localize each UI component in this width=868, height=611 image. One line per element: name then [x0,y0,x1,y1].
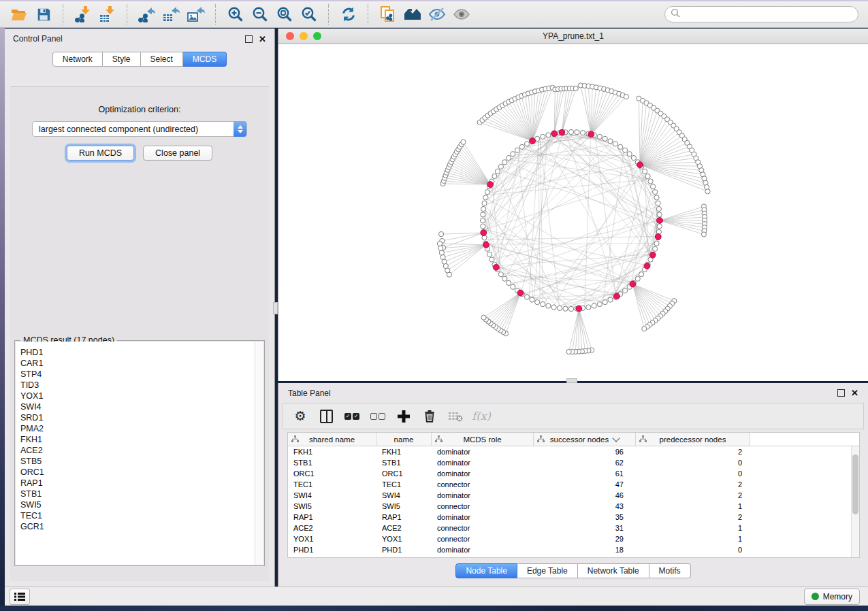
graph-node[interactable] [511,284,515,289]
mcds-result-item[interactable]: SWI5 [20,499,255,510]
new-network-from-selection-icon[interactable] [376,3,400,25]
network-window-titlebar[interactable]: YPA_prune.txt_1 [278,29,868,44]
graph-node[interactable] [481,206,486,211]
graph-node[interactable] [657,212,662,217]
tab-select[interactable]: Select [141,52,183,67]
mcds-result-item[interactable]: CAR1 [20,358,255,369]
criterion-select[interactable]: largest connected component (undirected) [32,121,247,137]
graph-node[interactable] [568,129,573,134]
graph-node[interactable] [511,152,515,156]
graph-node[interactable] [654,195,659,200]
graph-leaf-node[interactable] [701,232,706,237]
graph-leaf-node[interactable] [440,254,445,259]
search-input[interactable] [684,9,858,20]
graph-node[interactable] [586,305,591,310]
graph-leaf-node[interactable] [461,139,466,144]
zoom-selected-icon[interactable] [297,3,321,25]
tab-style[interactable]: Style [103,52,141,67]
graph-dominator-node[interactable] [481,230,487,236]
graph-node[interactable] [592,303,596,308]
graph-leaf-node[interactable] [439,250,444,255]
mcds-result-item[interactable]: SWI4 [20,401,255,412]
show-columns-icon[interactable] [315,406,338,427]
tab-network[interactable]: Network [52,52,103,67]
graph-node[interactable] [551,305,556,310]
mcds-result-item[interactable]: TID3 [20,380,255,391]
column-header-name[interactable]: name [376,433,432,446]
graph-node[interactable] [498,272,503,277]
graph-node[interactable] [519,144,524,149]
graph-dominator-node[interactable] [517,290,524,296]
graph-node[interactable] [648,179,653,184]
table-settings-icon[interactable]: ⚙ [289,406,312,427]
export-table-icon[interactable] [159,3,184,25]
graph-leaf-node[interactable] [566,349,571,354]
mcds-result-item[interactable]: PMA2 [20,423,255,434]
graph-node[interactable] [653,190,658,195]
zoom-out-icon[interactable] [248,3,272,25]
graph-node[interactable] [631,155,636,160]
graph-dominator-node[interactable] [487,182,494,188]
graph-node[interactable] [597,134,602,139]
open-file-icon[interactable] [7,3,31,25]
graph-dominator-node[interactable] [649,252,656,258]
run-mcds-button[interactable]: Run MCDS [67,146,134,161]
graph-node[interactable] [557,306,562,310]
tab-network-table[interactable]: Network Table [578,563,649,578]
graph-node[interactable] [602,300,607,305]
tab-edge-table[interactable]: Edge Table [517,563,578,578]
graph-node[interactable] [524,295,529,299]
graph-node[interactable] [546,133,551,137]
horizontal-splitter-handle[interactable] [566,378,577,383]
mcds-result-item[interactable]: TEC1 [20,510,255,521]
graph-node[interactable] [502,160,507,165]
graph-node[interactable] [653,246,658,251]
mcds-result-item[interactable]: STP4 [20,369,255,380]
table-scrollbar-thumb[interactable] [852,455,858,514]
mcds-result-item[interactable]: RAP1 [20,478,255,489]
graph-node[interactable] [563,306,568,311]
graph-leaf-node[interactable] [438,246,443,250]
graph-dominator-node[interactable] [576,306,582,312]
mcds-result-scrollbar[interactable] [255,342,263,565]
graph-leaf-node[interactable] [437,241,442,246]
close-panel-button[interactable]: Close panel [143,146,212,161]
zoom-in-icon[interactable] [223,3,248,25]
show-all-icon[interactable] [449,3,474,25]
delete-column-icon[interactable] [418,406,441,427]
task-history-button[interactable] [10,589,30,605]
graph-node[interactable] [613,142,617,146]
network-graph[interactable] [278,44,867,381]
table-row[interactable]: RAP1RAP1dominator352 [288,512,859,523]
table-row[interactable]: SWI5SWI5connector431 [288,501,859,512]
hide-selected-icon[interactable] [425,3,449,25]
vertical-splitter-handle[interactable] [273,302,278,314]
graph-leaf-node[interactable] [705,189,710,194]
export-network-icon[interactable] [135,3,159,25]
graph-node[interactable] [515,148,519,152]
mcds-result-item[interactable]: FKH1 [20,434,255,445]
graph-node[interactable] [482,235,487,240]
memory-button[interactable]: Memory [804,589,860,605]
graph-leaf-node[interactable] [481,315,486,320]
float-panel-icon[interactable] [245,35,253,43]
graph-node[interactable] [642,169,647,174]
graph-node[interactable] [487,252,492,257]
graph-node[interactable] [635,276,640,281]
import-table-icon[interactable] [95,3,120,25]
search-field[interactable] [664,6,858,22]
close-table-panel-icon[interactable]: ✕ [851,390,858,396]
graph-node[interactable] [489,257,494,262]
graph-node[interactable] [483,195,488,200]
graph-node[interactable] [498,164,503,169]
graph-node[interactable] [656,206,661,211]
zoom-fit-icon[interactable] [272,3,297,25]
table-row[interactable]: YOX1YOX1connector291 [288,533,859,544]
graph-dominator-node[interactable] [637,162,643,168]
mcds-result-item[interactable]: GCR1 [20,521,255,532]
graph-node[interactable] [627,152,632,156]
graph-dominator-node[interactable] [588,131,594,137]
graph-dominator-node[interactable] [630,281,636,287]
graph-dominator-node[interactable] [551,131,558,137]
graph-node[interactable] [618,144,623,149]
